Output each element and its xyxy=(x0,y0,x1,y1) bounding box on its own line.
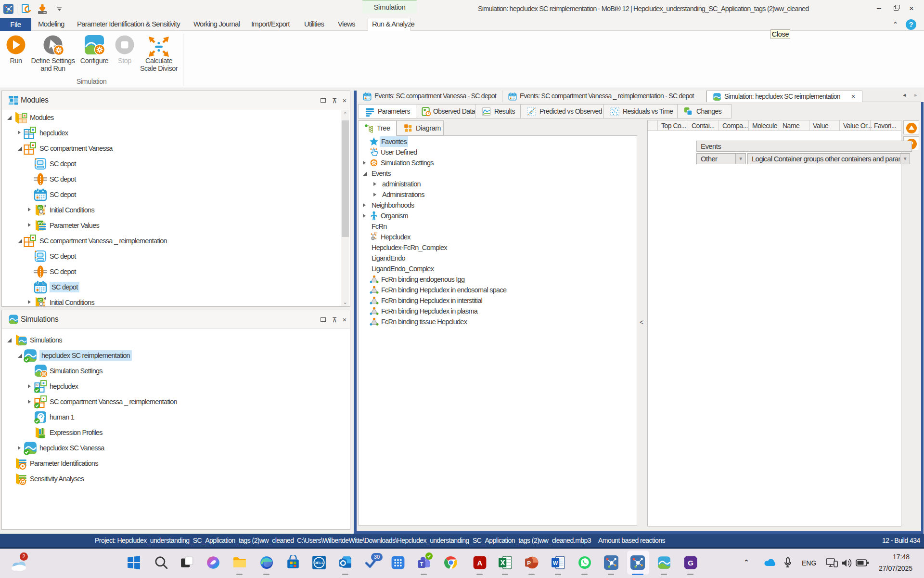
svg-text:W: W xyxy=(553,560,558,566)
svg-text:A: A xyxy=(477,559,483,567)
svg-text:G: G xyxy=(688,559,693,567)
svg-text:P: P xyxy=(527,560,531,566)
svg-text:T: T xyxy=(420,561,424,567)
svg-text:DELL: DELL xyxy=(314,561,324,565)
